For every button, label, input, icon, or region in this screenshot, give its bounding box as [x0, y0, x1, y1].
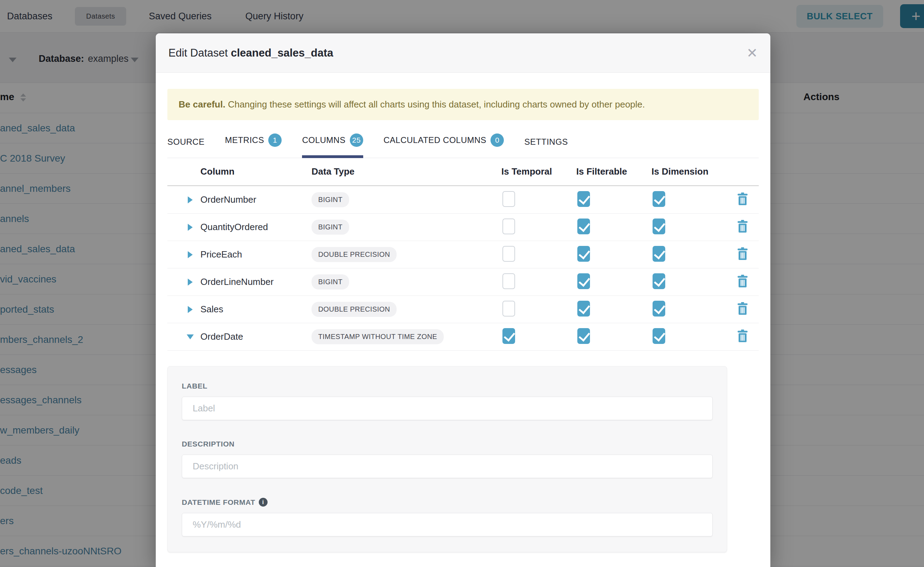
tab-label: SETTINGS: [524, 137, 568, 147]
is-temporal-checkbox[interactable]: [503, 246, 515, 262]
expand-caret-icon[interactable]: [188, 196, 193, 203]
is-temporal-checkbox[interactable]: [503, 191, 515, 207]
data-type-pill: DOUBLE PRECISION: [312, 247, 397, 262]
column-row: OrderNumber BIGINT: [167, 186, 759, 214]
tab-label: METRICS: [225, 135, 264, 145]
label-field-label: LABEL: [182, 382, 713, 390]
header-data-type: Data Type: [312, 166, 501, 177]
description-field-label: DESCRIPTION: [182, 440, 713, 448]
column-row: QuantityOrdered BIGINT: [167, 214, 759, 241]
expand-caret-icon[interactable]: [188, 279, 193, 286]
column-name: OrderLineNumber: [200, 276, 312, 287]
is-temporal-checkbox[interactable]: [503, 328, 515, 344]
header-is-dimension: Is Dimension: [652, 166, 737, 177]
field-label-text: LABEL: [182, 382, 208, 390]
column-detail-editor: LABEL DESCRIPTION DATETIME FORMATi: [167, 366, 727, 552]
calculated-columns-count-badge: 0: [491, 134, 504, 147]
is-filterable-checkbox[interactable]: [577, 219, 590, 234]
is-temporal-checkbox[interactable]: [503, 273, 515, 289]
data-type-pill: BIGINT: [312, 274, 349, 290]
is-temporal-checkbox[interactable]: [503, 301, 515, 316]
modal-title: Edit Dataset cleaned_sales_data: [169, 47, 333, 59]
expand-caret-icon[interactable]: [188, 224, 193, 231]
datetime-format-input[interactable]: [182, 513, 713, 536]
header-column: Column: [200, 166, 312, 177]
is-dimension-checkbox[interactable]: [653, 301, 665, 316]
is-temporal-checkbox[interactable]: [503, 219, 515, 234]
is-filterable-checkbox[interactable]: [577, 191, 590, 207]
data-type-pill: TIMESTAMP WITHOUT TIME ZONE: [312, 329, 444, 344]
field-label-text: DATETIME FORMAT: [182, 498, 255, 507]
label-field-group: LABEL: [182, 382, 713, 420]
is-dimension-checkbox[interactable]: [653, 273, 665, 289]
label-input[interactable]: [182, 397, 713, 420]
data-type-pill: BIGINT: [312, 220, 349, 235]
column-name: OrderDate: [200, 331, 312, 342]
modal-tabs: SOURCE METRICS1 COLUMNS25 CALCULATED COL…: [167, 134, 759, 158]
datetime-format-field-label: DATETIME FORMATi: [182, 498, 713, 507]
modal-body: Be careful. Changing these settings will…: [156, 89, 771, 552]
delete-column-icon[interactable]: [737, 247, 759, 262]
datetime-format-field-group: DATETIME FORMATi: [182, 498, 713, 536]
info-icon[interactable]: i: [259, 498, 268, 507]
tab-label: COLUMNS: [302, 135, 346, 145]
columns-table-header: Column Data Type Is Temporal Is Filterab…: [167, 158, 759, 186]
is-dimension-checkbox[interactable]: [653, 191, 665, 207]
column-name: PriceEach: [200, 249, 312, 260]
expand-caret-icon[interactable]: [188, 306, 193, 313]
is-dimension-checkbox[interactable]: [653, 219, 665, 234]
is-dimension-checkbox[interactable]: [653, 328, 665, 344]
data-type-pill: BIGINT: [312, 192, 349, 207]
column-row: OrderLineNumber BIGINT: [167, 268, 759, 296]
column-row: PriceEach DOUBLE PRECISION: [167, 241, 759, 268]
delete-column-icon[interactable]: [737, 302, 759, 317]
delete-column-icon[interactable]: [737, 329, 759, 345]
metrics-count-badge: 1: [268, 134, 281, 147]
header-is-filterable: Is Filterable: [576, 166, 652, 177]
is-dimension-checkbox[interactable]: [653, 246, 665, 262]
modal-header: Edit Dataset cleaned_sales_data ✕: [156, 33, 771, 73]
warning-banner: Be careful. Changing these settings will…: [167, 89, 759, 120]
delete-column-icon[interactable]: [737, 192, 759, 208]
description-input[interactable]: [182, 454, 713, 478]
data-type-pill: DOUBLE PRECISION: [312, 302, 397, 317]
warning-bold: Be careful.: [179, 99, 226, 110]
tab-metrics[interactable]: METRICS1: [225, 134, 282, 158]
column-row: Sales DOUBLE PRECISION: [167, 296, 759, 323]
tab-calculated-columns[interactable]: CALCULATED COLUMNS0: [384, 134, 504, 158]
description-field-group: DESCRIPTION: [182, 440, 713, 478]
warning-text: Changing these settings will affect all …: [226, 99, 645, 110]
is-filterable-checkbox[interactable]: [577, 328, 590, 344]
column-name: OrderNumber: [200, 194, 312, 205]
close-icon[interactable]: ✕: [746, 46, 758, 60]
tab-settings[interactable]: SETTINGS: [524, 137, 568, 158]
is-filterable-checkbox[interactable]: [577, 273, 590, 289]
is-filterable-checkbox[interactable]: [577, 246, 590, 262]
expand-caret-icon[interactable]: [188, 251, 193, 258]
column-name: QuantityOrdered: [200, 222, 312, 232]
edit-dataset-modal: Edit Dataset cleaned_sales_data ✕ Be car…: [156, 33, 771, 567]
delete-column-icon[interactable]: [737, 220, 759, 235]
expand-caret-icon[interactable]: [187, 334, 194, 339]
column-name: Sales: [200, 304, 312, 315]
columns-count-badge: 25: [350, 134, 363, 147]
delete-column-icon[interactable]: [737, 274, 759, 290]
modal-title-dataset-name: cleaned_sales_data: [231, 47, 333, 59]
modal-title-prefix: Edit Dataset: [169, 47, 231, 59]
tab-label: SOURCE: [167, 137, 205, 147]
tab-columns[interactable]: COLUMNS25: [302, 134, 363, 158]
tab-source[interactable]: SOURCE: [167, 137, 205, 158]
column-row-expanded: OrderDate TIMESTAMP WITHOUT TIME ZONE: [167, 323, 759, 351]
is-filterable-checkbox[interactable]: [577, 301, 590, 316]
header-is-temporal: Is Temporal: [501, 166, 576, 177]
tab-label: CALCULATED COLUMNS: [384, 135, 487, 145]
field-label-text: DESCRIPTION: [182, 440, 235, 448]
